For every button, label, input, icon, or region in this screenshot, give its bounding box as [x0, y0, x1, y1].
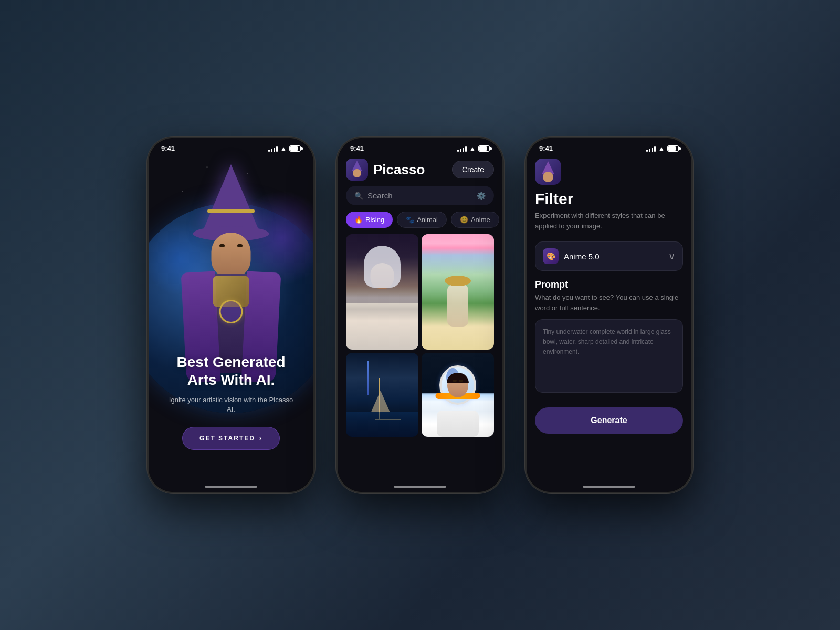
user-avatar-filter[interactable] [535, 159, 561, 185]
gallery-grid [338, 234, 502, 437]
wizard-face [212, 233, 251, 277]
style-dropdown[interactable]: 🎨 Anime 5.0 ∨ [535, 242, 683, 271]
wizard-hat-band [207, 209, 255, 213]
status-bar-phone1: 9:41 ▲ [149, 138, 313, 154]
wifi-icon: ▲ [280, 145, 287, 152]
wizard-eyes [219, 244, 225, 247]
tab-rising[interactable]: 🔥 Rising [346, 212, 393, 228]
wifi-icon-3: ▲ [658, 145, 665, 152]
search-bar[interactable]: 🔍 Search ⚙️ [346, 186, 494, 205]
gallery-item-ship[interactable] [346, 353, 418, 437]
filter-heading: Filter [535, 190, 683, 207]
battery-icon [289, 145, 301, 152]
generate-button[interactable]: Generate [535, 407, 683, 434]
filter-description: Experiment with different styles that ca… [535, 211, 683, 231]
search-icon: 🔍 [354, 192, 363, 200]
splash-content: Best Generated Arts With AI. Ignite your… [149, 353, 313, 450]
phone-filter: 9:41 ▲ Fi [525, 136, 693, 494]
gallery-item-portrait[interactable] [346, 234, 418, 350]
signal-icon [268, 145, 278, 152]
prompt-section: Prompt What do you want to see? You can … [527, 277, 691, 399]
filter-adjust-icon[interactable]: ⚙️ [477, 192, 486, 200]
prompt-input-field[interactable]: Tiny underwater complete world in large … [535, 319, 683, 393]
get-started-button[interactable]: GET STARTED › [182, 427, 280, 450]
gallery-screen: 9:41 ▲ [338, 138, 502, 492]
phone-gallery: 9:41 ▲ [336, 136, 504, 494]
wifi-icon-2: ▲ [469, 145, 476, 152]
create-button[interactable]: Create [452, 161, 494, 178]
avatar-image [346, 159, 368, 181]
filter-screen: 9:41 ▲ Fi [527, 138, 691, 492]
status-bar-phone3: 9:41 ▲ [527, 138, 691, 154]
prompt-placeholder-text: Tiny underwater complete world in large … [543, 327, 675, 358]
search-input[interactable]: Search [368, 191, 472, 200]
time-phone2: 9:41 [350, 144, 364, 152]
phone-splash: 9:41 ▲ [147, 136, 315, 494]
time-phone3: 9:41 [539, 144, 553, 152]
user-avatar-gallery[interactable] [346, 159, 368, 181]
dropdown-style-icon: 🎨 [543, 248, 559, 264]
splash-title: Best Generated Arts With AI. [164, 353, 298, 388]
astronaut-image [422, 353, 494, 437]
category-tabs: 🔥 Rising 🐾 Animal 😊 Anime [338, 212, 502, 234]
time-phone1: 9:41 [161, 144, 175, 152]
status-icons-phone2: ▲ [457, 145, 490, 152]
phones-container: 9:41 ▲ [147, 136, 693, 494]
home-indicator-phone3 [583, 486, 635, 488]
gallery-item-astronaut[interactable] [422, 353, 494, 437]
signal-icon-3 [646, 145, 656, 152]
tab-animal[interactable]: 🐾 Animal [397, 212, 447, 228]
garden-image [422, 234, 494, 350]
battery-icon-2 [478, 145, 490, 152]
battery-icon-3 [667, 145, 679, 152]
app-name: Picasso [373, 162, 447, 178]
status-icons-phone3: ▲ [646, 145, 679, 152]
filter-header [527, 154, 691, 190]
home-indicator-phone2 [394, 486, 446, 488]
signal-icon-2 [457, 145, 467, 152]
gallery-header: Picasso Create [338, 154, 502, 186]
gallery-item-garden[interactable] [422, 234, 494, 350]
dropdown-value: Anime 5.0 [564, 252, 663, 261]
prompt-description: What do you want to see? You can use a s… [535, 292, 683, 313]
chevron-down-icon: ∨ [668, 250, 675, 262]
prompt-heading: Prompt [535, 279, 683, 290]
status-bar-phone2: 9:41 ▲ [338, 138, 502, 154]
generate-label: Generate [591, 416, 627, 425]
wizard-character [163, 159, 299, 369]
tab-anime[interactable]: 😊 Anime [451, 212, 499, 228]
status-icons-phone1: ▲ [268, 145, 301, 152]
wizard-hat [202, 164, 260, 233]
splash-subtitle: Ignite your artistic vision with the Pic… [164, 395, 298, 414]
wizard-emblem [219, 300, 243, 323]
wizard-eye-right [237, 244, 243, 247]
filter-title-area: Filter Experiment with different styles … [527, 190, 691, 235]
portrait-image [346, 234, 418, 350]
ship-image [346, 353, 418, 437]
home-indicator-phone1 [205, 486, 257, 488]
splash-screen: 9:41 ▲ [149, 138, 313, 492]
